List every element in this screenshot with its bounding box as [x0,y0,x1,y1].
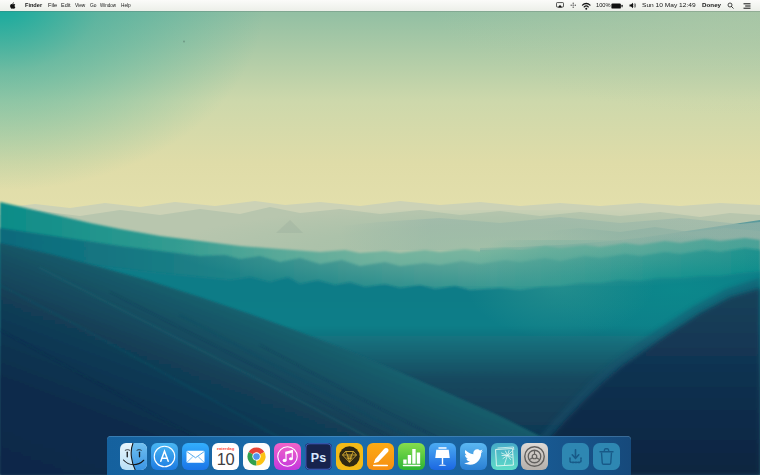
svg-text:10: 10 [217,450,235,468]
svg-text:Ps: Ps [311,450,326,464]
